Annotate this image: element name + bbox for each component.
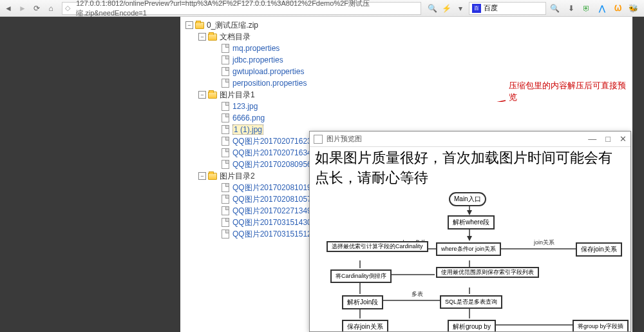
- search-placeholder: 百度: [484, 3, 498, 13]
- back-button[interactable]: ◄: [3, 3, 14, 14]
- tree-label[interactable]: mq.properties: [232, 44, 279, 53]
- annotation-text: 压缩包里的内容解压后可直接预览: [509, 80, 632, 103]
- zoom-button[interactable]: 🔍: [426, 3, 438, 14]
- folder-icon: [207, 32, 218, 41]
- file-icon: [220, 206, 231, 215]
- flowchart: Main入口 解析where段 where条件 where条件or join关系…: [315, 191, 625, 331]
- page-icon: ◇: [65, 4, 73, 13]
- home-button[interactable]: ⌂: [45, 3, 57, 14]
- tree-folder[interactable]: −文档目录: [185, 31, 627, 43]
- dropdown-button[interactable]: ▾: [455, 3, 466, 14]
- minimize-button[interactable]: —: [588, 134, 596, 144]
- tree-label[interactable]: 123.jpg: [232, 102, 258, 111]
- forward-button[interactable]: ►: [17, 3, 28, 14]
- tree-label[interactable]: jdbc.properties: [232, 55, 283, 64]
- file-icon: [220, 113, 231, 122]
- shield-icon[interactable]: ⛨: [581, 3, 592, 14]
- preview-title: 图片预览图: [327, 134, 362, 144]
- m-icon[interactable]: ⋀: [596, 3, 608, 14]
- file-icon: [220, 148, 231, 157]
- fc-cardinality: 选择最优索引计算字段的Cardinality: [327, 241, 428, 253]
- tree-label[interactable]: 6666.png: [232, 113, 265, 122]
- dark-edge: [632, 17, 644, 332]
- file-icon: [220, 125, 231, 134]
- preview-content: 如果图片质量很好，首次加载图片时间可能会有点长，请耐心等待: [310, 147, 630, 331]
- dark-sidebar: [0, 17, 180, 332]
- close-button[interactable]: ✕: [620, 134, 627, 144]
- tree-label[interactable]: 文档目录: [220, 32, 251, 43]
- url-bar[interactable]: ◇ 127.0.0.1:8012/onlinePreview?url=http%…: [62, 2, 421, 15]
- folder-icon: [194, 21, 205, 30]
- tree-toggle[interactable]: −: [198, 91, 206, 99]
- tree-toggle[interactable]: −: [198, 172, 206, 180]
- annotation-arrow: [425, 83, 509, 102]
- preview-window: 图片预览图 — □ ✕ 如果图片质量很好，首次加载图片时间可能会有点长，请耐心等…: [309, 131, 631, 332]
- download-button[interactable]: ⬇: [565, 3, 577, 14]
- fc-entry: Main入口: [449, 192, 486, 206]
- maximize-button[interactable]: □: [605, 134, 611, 144]
- file-icon: [220, 183, 231, 192]
- w-icon[interactable]: Ѡ: [612, 3, 623, 14]
- tree-label[interactable]: gwtupload.properties: [232, 67, 304, 76]
- fc-group-field: 将group by字段插: [573, 320, 629, 331]
- tree-label[interactable]: 0_测试压缩.zip: [207, 20, 258, 31]
- file-icon: [220, 79, 231, 88]
- search-box[interactable]: 百 百度: [469, 2, 546, 15]
- preview-titlebar[interactable]: 图片预览图 — □ ✕: [310, 132, 630, 147]
- file-icon: [220, 67, 231, 76]
- fc-decision: where条件or join关系: [436, 242, 501, 256]
- fc-sql-multi: SQL是否是多表查询: [440, 295, 502, 309]
- reload-button[interactable]: ⟳: [31, 3, 43, 14]
- fc-parse-where: 解析where段: [448, 215, 495, 229]
- file-icon: [220, 102, 231, 111]
- file-icon: [220, 44, 231, 53]
- main-area: −0_测试压缩.zip−文档目录mq.propertiesjdbc.proper…: [180, 17, 632, 332]
- tree-file[interactable]: jdbc.properties: [185, 54, 627, 66]
- file-icon: [220, 55, 231, 64]
- search-button[interactable]: 🔍: [549, 3, 560, 14]
- tree-file[interactable]: gwtupload.properties: [185, 66, 627, 77]
- fc-parse-join: 解析Join段: [342, 295, 383, 309]
- file-icon: [220, 137, 231, 146]
- baidu-icon: 百: [472, 4, 481, 13]
- tree-label[interactable]: 图片目录2: [220, 171, 255, 182]
- tree-label[interactable]: 图片目录1: [220, 90, 255, 101]
- file-icon: [220, 229, 231, 239]
- tree-file[interactable]: mq.properties: [185, 43, 627, 54]
- tree-toggle[interactable]: −: [185, 21, 193, 29]
- folder-icon: [207, 171, 218, 181]
- fc-parse-group: 解析group by: [448, 320, 496, 331]
- svg-line-0: [428, 101, 506, 102]
- preview-icon: [314, 135, 323, 144]
- preview-message: 如果图片质量很好，首次加载图片时间可能会有点长，请耐心等待: [315, 148, 625, 188]
- fc-sort: 将Cardinality倒排序: [330, 269, 392, 283]
- file-icon: [220, 218, 231, 227]
- url-text: 127.0.0.1:8012/onlinePreview?url=http%3A…: [76, 0, 418, 18]
- tree-label[interactable]: perposition.properties: [232, 79, 307, 88]
- tree-toggle[interactable]: −: [198, 33, 206, 41]
- bee-icon[interactable]: 🐝: [627, 3, 639, 14]
- file-icon: [220, 195, 231, 204]
- flash-button[interactable]: ⚡: [440, 3, 452, 14]
- fc-save-join: 保存join关系: [576, 242, 622, 257]
- folder-icon: [207, 90, 218, 99]
- fc-save-join2: 保存join关系: [342, 320, 388, 331]
- file-icon: [220, 160, 231, 169]
- tree-label[interactable]: 1 (1).jpg: [232, 124, 263, 135]
- tree-folder[interactable]: −0_测试压缩.zip: [185, 19, 627, 31]
- tree-file[interactable]: 6666.png: [185, 112, 627, 124]
- fc-range: 使用最优范围原则保存索引字段列表: [436, 267, 539, 278]
